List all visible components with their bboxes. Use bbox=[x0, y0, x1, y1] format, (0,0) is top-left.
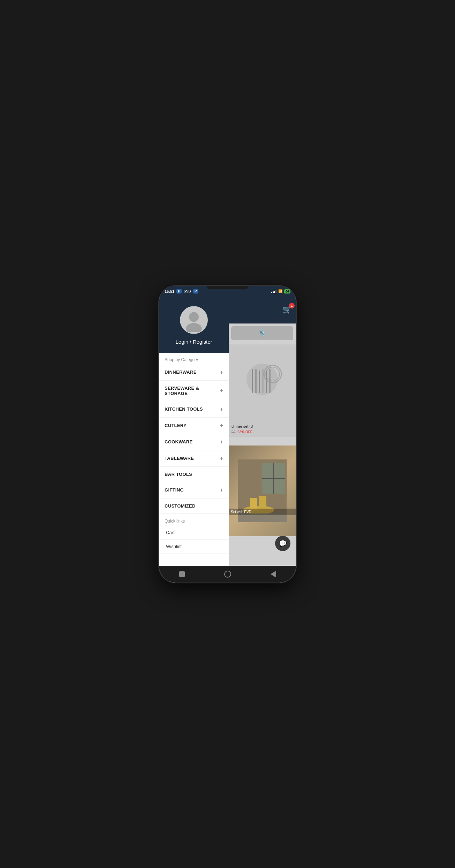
discount-badge: 63% OFF bbox=[237, 430, 252, 434]
product-title-1: dinner set (8 bbox=[232, 424, 293, 429]
quick-link-cart[interactable]: Cart bbox=[159, 526, 229, 540]
wifi-icon: 📶 bbox=[278, 289, 282, 293]
svg-rect-2 bbox=[255, 369, 257, 393]
signal-bars bbox=[271, 290, 276, 293]
recent-apps-icon bbox=[179, 571, 185, 577]
bottom-nav bbox=[159, 566, 296, 583]
status-right: 📶 66 bbox=[271, 289, 290, 294]
battery-indicator: 66 bbox=[284, 289, 290, 294]
search-bar[interactable]: 🎙️ bbox=[231, 326, 293, 340]
svg-rect-14 bbox=[250, 498, 257, 510]
product-info-1: dinner set (8 99 63% OFF bbox=[228, 421, 296, 437]
sidebar-item-kitchen-tools[interactable]: KITCHEN TOOLS + bbox=[159, 401, 229, 418]
carrier1-label: P bbox=[176, 289, 182, 294]
sidebar-item-tableware[interactable]: TABLEWARE + bbox=[159, 450, 229, 467]
cutlery-svg bbox=[241, 362, 283, 404]
svg-point-17 bbox=[189, 312, 199, 322]
time-display: 15:51 bbox=[165, 289, 174, 294]
avatar-svg bbox=[182, 308, 206, 332]
quick-link-wishlist[interactable]: Wishlist bbox=[159, 540, 229, 554]
svg-rect-15 bbox=[259, 496, 266, 510]
sidebar-item-gifting[interactable]: GIFTING + bbox=[159, 482, 229, 498]
product-image-2-visual bbox=[228, 446, 296, 536]
expand-icon-kitchen-tools: + bbox=[220, 406, 223, 412]
svg-rect-4 bbox=[262, 369, 264, 393]
category-label-serveware: SERVEWARE & STORAGE bbox=[165, 386, 220, 396]
sidebar-item-cookware[interactable]: COOKWARE + bbox=[159, 434, 229, 450]
expand-icon-tableware: + bbox=[220, 455, 223, 462]
category-label-cookware: COOKWARE bbox=[165, 439, 192, 444]
header-right: 🛒 1 bbox=[228, 296, 296, 323]
drawer-body: Shop by Category DINNERWARE + SERVEWARE … bbox=[159, 353, 229, 583]
phone-notch bbox=[207, 286, 249, 289]
category-label-tableware: TABLEWARE bbox=[165, 456, 194, 461]
back-icon bbox=[271, 571, 276, 578]
sidebar-item-dinnerware[interactable]: DINNERWARE + bbox=[159, 364, 229, 381]
chat-fab[interactable]: 💬 bbox=[275, 536, 290, 551]
category-label-dinnerware: DINNERWARE bbox=[165, 370, 197, 375]
drawer-profile[interactable]: Login / Register bbox=[159, 296, 229, 353]
shop-category-label: Shop by Category bbox=[159, 353, 229, 364]
status-left: 15:51 P SSG P bbox=[165, 289, 198, 294]
category-label-customized: CUSTOMIZED bbox=[165, 503, 196, 509]
chat-icon: 💬 bbox=[279, 540, 287, 547]
expand-icon-serveware: + bbox=[220, 388, 223, 394]
sidebar-item-bar-tools[interactable]: BAR TOOLS bbox=[159, 467, 229, 482]
category-label-kitchen-tools: KITCHEN TOOLS bbox=[165, 406, 203, 412]
carrier2-label: SSG bbox=[184, 289, 191, 293]
svg-point-18 bbox=[186, 323, 202, 332]
sidebar-item-cutlery[interactable]: CUTLERY + bbox=[159, 418, 229, 434]
login-register-label[interactable]: Login / Register bbox=[175, 339, 212, 345]
home-icon bbox=[224, 571, 231, 578]
quick-links-label: Quick links bbox=[159, 514, 229, 526]
back-button[interactable] bbox=[269, 570, 278, 578]
category-label-bar-tools: BAR TOOLS bbox=[165, 472, 192, 477]
carrier3-label: P bbox=[193, 289, 198, 294]
sidebar-item-customized[interactable]: CUSTOMIZED bbox=[159, 498, 229, 514]
svg-rect-3 bbox=[259, 371, 260, 393]
sidebar-item-serveware[interactable]: SERVEWARE & STORAGE + bbox=[159, 381, 229, 401]
category-label-cutlery: CUTLERY bbox=[165, 423, 187, 428]
expand-icon-dinnerware: + bbox=[220, 369, 223, 375]
category-label-gifting: GIFTING bbox=[165, 487, 184, 493]
mic-icon: 🎙️ bbox=[258, 329, 266, 337]
recent-apps-button[interactable] bbox=[178, 570, 186, 578]
old-price: 99 bbox=[232, 430, 235, 434]
svg-rect-6 bbox=[269, 369, 271, 393]
expand-icon-cookware: + bbox=[220, 439, 223, 445]
expand-icon-cutlery: + bbox=[220, 422, 223, 429]
expand-icon-gifting: + bbox=[220, 487, 223, 493]
product-caption-2: Set with PVD bbox=[228, 509, 296, 515]
cart-icon-wrap[interactable]: 🛒 1 bbox=[282, 305, 292, 314]
svg-rect-1 bbox=[252, 369, 253, 393]
product-image-2[interactable]: Set with PVD bbox=[228, 446, 296, 536]
avatar bbox=[180, 306, 208, 334]
main-content: 🛒 1 🎙️ bbox=[159, 296, 296, 583]
product-placeholder-1 bbox=[228, 344, 296, 421]
side-drawer: Login / Register Shop by Category DINNER… bbox=[159, 296, 229, 583]
phone-frame: 15:51 P SSG P 📶 66 bbox=[159, 286, 296, 583]
cart-badge: 1 bbox=[289, 303, 295, 309]
price-row-1: 99 63% OFF bbox=[232, 430, 293, 434]
home-button[interactable] bbox=[223, 570, 232, 578]
product-image-1[interactable] bbox=[228, 344, 296, 421]
phone-screen: 15:51 P SSG P 📶 66 bbox=[159, 286, 296, 583]
